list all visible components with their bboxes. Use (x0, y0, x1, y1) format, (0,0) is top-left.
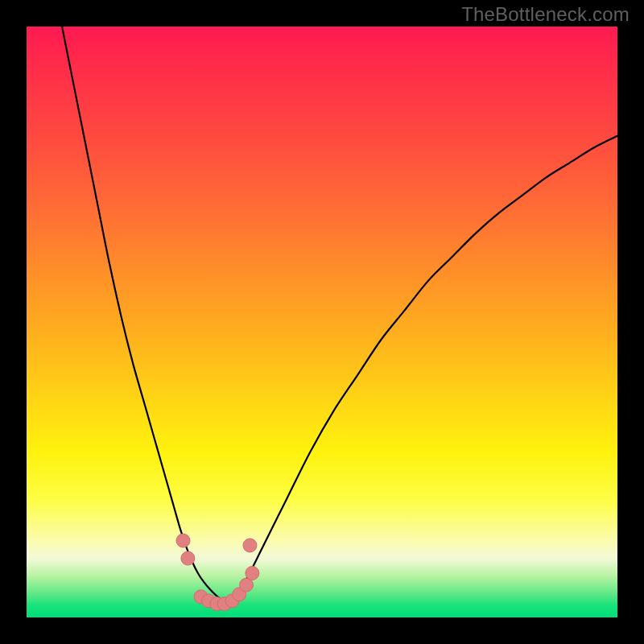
right-curve (228, 136, 617, 603)
data-markers (176, 534, 259, 611)
data-marker (243, 539, 257, 552)
left-curve (62, 27, 228, 603)
data-marker (176, 534, 190, 547)
watermark-text: TheBottleneck.com (461, 3, 630, 26)
data-marker (181, 551, 195, 565)
chart-plot-area (27, 27, 617, 617)
data-marker (246, 566, 259, 580)
chart-svg (27, 27, 617, 617)
chart-frame: TheBottleneck.com (0, 0, 644, 644)
